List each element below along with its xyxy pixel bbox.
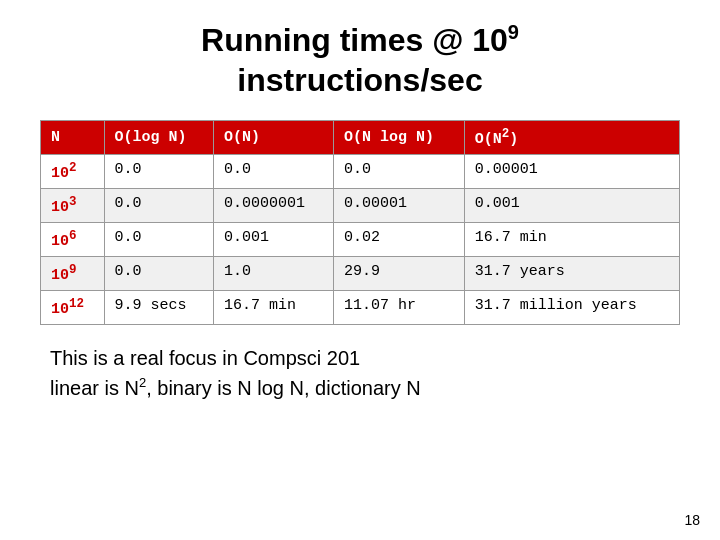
table-row-4-col-1: 9.9 secs	[104, 291, 213, 325]
table-row-3-col-3: 29.9	[334, 257, 465, 291]
table-row-3-col-0: 109	[41, 257, 105, 291]
header-on2: O(N2)	[464, 121, 679, 155]
page-number: 18	[684, 512, 700, 528]
table-row-0-col-3: 0.0	[334, 155, 465, 189]
table-row-1-col-1: 0.0	[104, 189, 213, 223]
footer-text: This is a real focus in Compsci 201 line…	[50, 343, 421, 403]
table-row-4-col-0: 1012	[41, 291, 105, 325]
title-line1: Running times @ 10	[201, 22, 508, 58]
table-row-4-col-4: 31.7 million years	[464, 291, 679, 325]
table-row-2-col-1: 0.0	[104, 223, 213, 257]
complexity-table: N O(log N) O(N) O(N log N) O(N2) 1020.00…	[40, 120, 680, 325]
footer-line2: linear is N2, binary is N log N, diction…	[50, 373, 421, 403]
title-line2: instructions/sec	[237, 62, 482, 98]
table-row-2-col-0: 106	[41, 223, 105, 257]
table-row-2-col-2: 0.001	[214, 223, 334, 257]
header-onlogn: O(N log N)	[334, 121, 465, 155]
slide-title: Running times @ 109 instructions/sec	[201, 20, 519, 100]
table-row-4-col-3: 11.07 hr	[334, 291, 465, 325]
table-row-3-col-2: 1.0	[214, 257, 334, 291]
table-row-3-col-1: 0.0	[104, 257, 213, 291]
table-row-1-col-4: 0.001	[464, 189, 679, 223]
table-row-3-col-4: 31.7 years	[464, 257, 679, 291]
table-row-0-col-0: 102	[41, 155, 105, 189]
table-row-2-col-3: 0.02	[334, 223, 465, 257]
table-row-1-col-2: 0.0000001	[214, 189, 334, 223]
title-exponent: 9	[508, 21, 519, 43]
table-row-4-col-2: 16.7 min	[214, 291, 334, 325]
table-row-0-col-4: 0.00001	[464, 155, 679, 189]
footer-line1: This is a real focus in Compsci 201	[50, 343, 421, 373]
header-n: N	[41, 121, 105, 155]
table-row-1-col-3: 0.00001	[334, 189, 465, 223]
table-row-2-col-4: 16.7 min	[464, 223, 679, 257]
table-row-0-col-1: 0.0	[104, 155, 213, 189]
header-on: O(N)	[214, 121, 334, 155]
header-ologn: O(log N)	[104, 121, 213, 155]
table-row-1-col-0: 103	[41, 189, 105, 223]
table-row-0-col-2: 0.0	[214, 155, 334, 189]
